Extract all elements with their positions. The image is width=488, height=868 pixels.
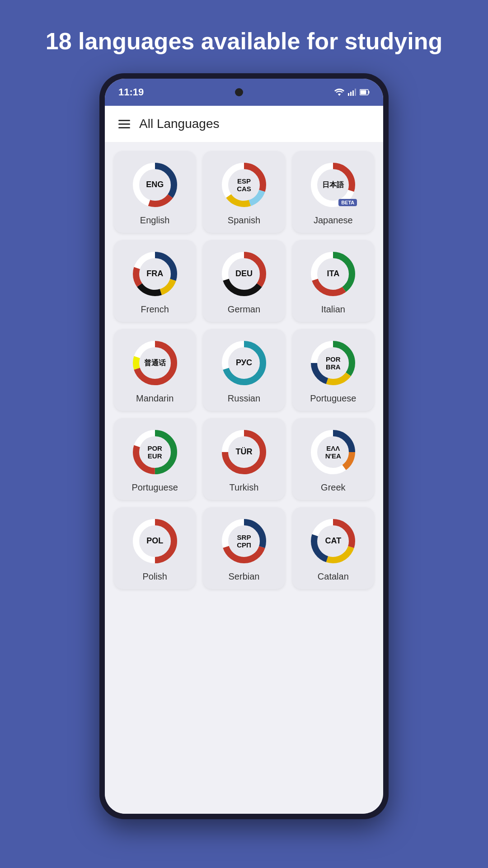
camera-notch [235,88,243,96]
svg-rect-5 [369,91,370,94]
language-label: Russian [228,393,260,404]
language-card[interactable]: CATCatalan [292,507,374,589]
svg-rect-3 [355,89,356,96]
language-code: ESP CAS [231,178,256,193]
svg-rect-1 [350,92,352,96]
language-card[interactable]: POLPolish [114,507,196,589]
phone-screen: 11:19 [105,79,383,814]
language-label: English [140,215,170,226]
svg-rect-6 [361,90,366,94]
language-card[interactable]: ITAItalian [292,240,374,322]
language-icon-wrapper: TÜR [219,427,269,477]
status-bar: 11:19 [105,79,383,106]
language-code: POL [146,537,163,546]
language-icon-wrapper: SRP СРП [219,516,269,566]
language-code: CAT [325,537,341,546]
language-code: FRA [146,269,163,278]
language-label: Portuguese [310,393,356,404]
language-label: Catalan [318,571,349,582]
language-label: Mandarin [136,393,174,404]
language-card[interactable]: TÜRTurkish [203,418,285,500]
language-card[interactable]: POR EURPortuguese [114,418,196,500]
language-code: SRP СРП [231,534,256,549]
language-icon-wrapper: РУС [219,338,269,388]
language-code: DEU [235,269,253,278]
language-code: ΕΛΛ Ν'ΕΑ [321,445,346,460]
wifi-icon [334,89,344,96]
language-icon-wrapper: 日本語BETA [308,160,358,210]
hamburger-menu[interactable] [118,120,130,128]
language-label: Serbian [229,571,260,582]
language-icon-wrapper: POL [130,516,180,566]
language-code: POR BRA [321,356,346,371]
language-code: POR EUR [142,445,167,460]
svg-rect-2 [352,90,354,96]
language-label: Italian [321,304,345,315]
language-label: German [228,304,260,315]
status-time: 11:19 [118,86,144,98]
language-code: ITA [327,269,339,278]
language-card[interactable]: 普通话Mandarin [114,329,196,411]
language-label: Spanish [228,215,260,226]
language-icon-wrapper: POR BRA [308,338,358,388]
app-bar-title: All Languages [139,117,219,131]
language-code: 普通话 [144,359,166,368]
language-label: Turkish [230,482,259,493]
language-card[interactable]: SRP СРПSerbian [203,507,285,589]
language-icon-wrapper: FRA [130,249,180,299]
language-icon-wrapper: ITA [308,249,358,299]
status-icons [334,89,370,96]
language-code: РУС [236,359,252,368]
language-card[interactable]: FRAFrench [114,240,196,322]
header-section: 18 languages available for studying [9,0,479,73]
language-code: ENG [146,180,164,189]
phone-frame: 11:19 [99,73,389,819]
language-icon-wrapper: ENG [130,160,180,210]
language-card[interactable]: DEUGerman [203,240,285,322]
language-label: Japanese [314,215,353,226]
language-icon-wrapper: CAT [308,516,358,566]
language-card[interactable]: 日本語BETAJapanese [292,151,374,233]
header-title: 18 languages available for studying [9,0,479,73]
language-grid-container[interactable]: ENGEnglishESP CASSpanish日本語BETAJapaneseF… [105,142,383,814]
language-icon-wrapper: ESP CAS [219,160,269,210]
language-label: Portuguese [132,482,178,493]
language-card[interactable]: РУСRussian [203,329,285,411]
language-card[interactable]: ΕΛΛ Ν'ΕΑGreek [292,418,374,500]
language-label: Greek [321,482,345,493]
language-code: TÜR [235,448,252,457]
language-card[interactable]: ENGEnglish [114,151,196,233]
language-card[interactable]: POR BRAPortuguese [292,329,374,411]
battery-icon [360,89,370,95]
beta-badge: BETA [338,199,357,206]
language-label: Polish [142,571,167,582]
language-card[interactable]: ESP CASSpanish [203,151,285,233]
app-bar: All Languages [105,106,383,142]
language-code: 日本語 [322,181,344,189]
language-label: French [141,304,169,315]
signal-icon [348,89,356,96]
language-icon-wrapper: ΕΛΛ Ν'ΕΑ [308,427,358,477]
language-icon-wrapper: POR EUR [130,427,180,477]
svg-rect-0 [348,93,349,96]
language-grid: ENGEnglishESP CASSpanish日本語BETAJapaneseF… [114,151,374,589]
language-icon-wrapper: 普通话 [130,338,180,388]
language-icon-wrapper: DEU [219,249,269,299]
